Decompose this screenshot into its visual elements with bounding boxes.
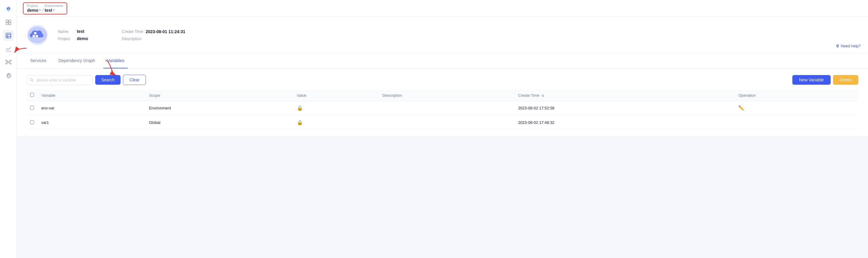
search-icon	[30, 78, 34, 82]
row-value-0: 🔒	[293, 101, 379, 116]
row-create-time-0: 2023-08-02 17:52:58	[515, 101, 735, 116]
environment-cloud-icon	[27, 24, 48, 46]
svg-point-26	[837, 44, 838, 46]
svg-line-18	[7, 62, 7, 63]
description-label: Description	[122, 36, 141, 41]
new-variable-button[interactable]: New Variable	[792, 75, 830, 85]
search-row: Search Clear New Variable Delete	[27, 75, 858, 85]
tab-variables[interactable]: Variables	[103, 53, 128, 68]
tab-services[interactable]: Services	[27, 53, 50, 68]
row-variable-1: var1	[38, 116, 145, 130]
create-time-label: Create Time	[122, 29, 143, 34]
header-checkbox-cell	[27, 90, 38, 101]
network-icon[interactable]	[3, 57, 14, 67]
name-label: Name	[58, 29, 74, 34]
name-value: test	[77, 29, 84, 34]
svg-point-20	[7, 74, 9, 76]
svg-point-12	[6, 60, 7, 61]
svg-point-1	[7, 8, 9, 10]
svg-point-15	[10, 63, 11, 64]
projects-breadcrumb: Projects demo ▾	[27, 4, 41, 13]
svg-point-14	[6, 63, 7, 64]
svg-rect-2	[6, 20, 8, 22]
row-checkbox-cell	[27, 116, 38, 130]
environments-breadcrumb: Environments test ▾	[44, 4, 63, 13]
svg-line-19	[9, 62, 10, 63]
breadcrumb-separator: /	[42, 8, 43, 13]
header-scope: Scope	[145, 90, 293, 101]
row-operation-0: ✏️	[735, 101, 858, 116]
header-operation: Operation	[735, 90, 858, 101]
row-checkbox-0[interactable]	[30, 106, 34, 110]
search-input[interactable]	[27, 75, 93, 85]
header-description: Description	[379, 90, 515, 101]
environment-details: Name test Project demo	[58, 29, 88, 41]
select-all-checkbox[interactable]	[30, 93, 34, 97]
create-time-value: 2023-08-01 11:24:31	[146, 29, 185, 34]
header-create-time[interactable]: Create Time ⇅	[515, 90, 735, 101]
project-card-value: demo	[77, 36, 88, 41]
environment-meta: Create Time 2023-08-01 11:24:31 Descript…	[122, 29, 185, 41]
row-checkbox-cell	[27, 101, 38, 116]
svg-line-16	[7, 61, 7, 62]
grid-menu-icon[interactable]	[3, 17, 14, 28]
projects-label: Projects	[27, 4, 41, 7]
environment-card: Name test Project demo Create Time 2023-…	[17, 17, 868, 53]
header-value: Value	[293, 90, 379, 101]
row-scope-1: Global	[145, 116, 293, 130]
main-content: Projects demo ▾ / Environments test ▾	[17, 0, 868, 258]
lock-icon-1: 🔒	[297, 120, 303, 125]
table-header-row: Variable Scope Value Description Create	[27, 90, 858, 101]
svg-rect-25	[34, 32, 36, 34]
search-button[interactable]: Search	[95, 75, 121, 85]
sort-icon: ⇅	[541, 94, 544, 97]
env-chevron-icon[interactable]: ▾	[53, 8, 55, 12]
svg-rect-4	[6, 23, 8, 25]
need-help-link[interactable]: Need help?	[835, 44, 861, 48]
breadcrumb-container: Projects demo ▾ / Environments test ▾	[23, 2, 67, 14]
svg-point-28	[30, 78, 33, 81]
svg-rect-24	[36, 35, 38, 37]
project-value: demo	[27, 8, 38, 13]
row-create-time-1: 2023-08-02 17:48:32	[515, 116, 735, 130]
chart-icon[interactable]	[3, 43, 14, 54]
variables-section: Search Clear New Variable Delete	[17, 69, 868, 136]
svg-rect-23	[33, 35, 35, 37]
lightbulb-icon	[835, 44, 840, 48]
environments-label: Environments	[44, 4, 63, 7]
row-checkbox-1[interactable]	[30, 120, 34, 124]
lock-icon-0: 🔒	[297, 105, 303, 110]
apps-icon[interactable]	[3, 30, 14, 41]
need-help-text: Need help?	[841, 44, 861, 48]
header-variable: Variable	[38, 90, 145, 101]
topbar: Projects demo ▾ / Environments test ▾	[17, 0, 868, 17]
delete-button[interactable]: Delete	[833, 75, 858, 85]
svg-line-29	[33, 81, 34, 82]
tabs-bar: Services Dependency Graph Variables	[17, 53, 868, 69]
project-label: Project	[58, 36, 74, 41]
table-row: env-var Environment 🔒 2023-08-02 17:52:5…	[27, 101, 858, 116]
row-operation-1	[735, 116, 858, 130]
project-chevron-icon[interactable]: ▾	[39, 8, 41, 12]
tab-dependency-graph[interactable]: Dependency Graph	[55, 53, 98, 68]
svg-rect-5	[9, 23, 11, 25]
svg-rect-6	[6, 33, 11, 38]
logo-icon[interactable]	[3, 4, 14, 14]
sidebar	[0, 0, 17, 258]
env-value: test	[44, 8, 52, 13]
svg-point-11	[7, 61, 9, 63]
row-description-0	[379, 101, 515, 116]
row-variable-0: env-var	[38, 101, 145, 116]
content-area: Name test Project demo Create Time 2023-…	[17, 17, 868, 258]
search-input-wrapper	[27, 75, 93, 85]
row-scope-0: Environment	[145, 101, 293, 116]
edit-icon-0[interactable]: ✏️	[738, 105, 744, 110]
table-row: var1 Global 🔒 2023-08-02 17:48:32	[27, 116, 858, 130]
variables-table: Variable Scope Value Description Create	[27, 90, 858, 130]
svg-line-17	[9, 61, 10, 62]
row-value-1: 🔒	[293, 116, 379, 130]
row-description-1	[379, 116, 515, 130]
clear-button[interactable]: Clear	[123, 75, 146, 85]
settings-icon[interactable]	[3, 70, 14, 81]
svg-rect-3	[9, 20, 11, 22]
